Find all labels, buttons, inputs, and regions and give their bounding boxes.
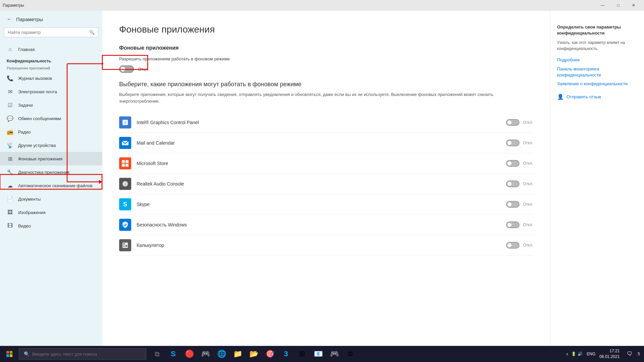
minimize-button[interactable]: —: [595, 0, 610, 11]
taskbar-app-opera[interactable]: 🔴: [181, 346, 197, 362]
sidebar-item-home[interactable]: ⌂ Главная: [0, 43, 102, 56]
svg-text:♪: ♪: [125, 182, 126, 186]
taskbar-app-explorer[interactable]: 📂: [246, 346, 262, 362]
svg-rect-22: [6, 351, 9, 354]
sidebar-item-messages[interactable]: 💬 Обмен сообщениями: [0, 112, 102, 125]
taskbar-app-cortana[interactable]: ⧉: [149, 346, 165, 362]
sidebar-item-background[interactable]: ⊞ Фоновые приложения: [0, 152, 102, 165]
sidebar-item-images-label: Изображения: [18, 210, 46, 215]
msstore-toggle[interactable]: [506, 160, 519, 167]
sidebar-item-autodownload[interactable]: ☁ Автоматическое скачивание файлов: [0, 179, 102, 192]
mail-toggle[interactable]: [506, 140, 519, 146]
taskbar-app-app7[interactable]: 3: [278, 346, 294, 362]
taskbar-app-steam[interactable]: 🎮: [326, 346, 342, 362]
search-box[interactable]: 🔍: [4, 28, 98, 37]
main-container: ← Параметры 🔍 ⌂ Главная Конфиденциальнос…: [0, 11, 644, 346]
realtek-toggle-area: Откл.: [506, 180, 533, 187]
calc-toggle-label: Откл.: [523, 243, 533, 248]
maximize-button[interactable]: □: [610, 0, 626, 11]
svg-rect-21: [126, 245, 127, 247]
sidebar-permissions-label: Разрешения приложений: [0, 65, 102, 71]
msstore-app-icon: [119, 157, 131, 169]
sidebar-item-images[interactable]: 🖼 Изображения: [0, 206, 102, 219]
time-display: 17:21: [599, 348, 620, 354]
skype-toggle[interactable]: [506, 201, 519, 208]
taskbar-app-folder[interactable]: 📁: [230, 346, 246, 362]
video-icon: 🎞: [7, 222, 13, 229]
mail-toggle-label: Откл.: [523, 141, 533, 145]
start-button[interactable]: [1, 346, 17, 362]
taskbar-app-edge[interactable]: 🌐: [213, 346, 230, 362]
app-row-realtek: ♪ Realtek Audio Console Откл.: [119, 174, 533, 194]
sidebar-item-docs-label: Документы: [18, 197, 41, 202]
taskbar-app-settings[interactable]: ⚙: [342, 346, 358, 362]
privacy-link-more[interactable]: Подробнее: [557, 57, 637, 63]
content-area: Фоновые приложения Фоновые приложения Ра…: [102, 11, 550, 346]
realtek-toggle[interactable]: [506, 180, 519, 187]
security-app-icon: [119, 219, 131, 231]
skype-app-icon: S: [119, 198, 131, 210]
main-toggle-label: Откл.: [138, 67, 149, 72]
taskbar-search-input[interactable]: [32, 352, 141, 357]
sidebar-item-docs[interactable]: 📄 Документы: [0, 192, 102, 206]
svg-rect-25: [10, 354, 12, 357]
sidebar-item-other[interactable]: 📡 Другие устройства: [0, 139, 102, 152]
back-button[interactable]: ←: [7, 16, 12, 22]
taskbar-app-chrome[interactable]: 🎯: [262, 346, 278, 362]
app-row-security: Безопасность Windows Откл.: [119, 215, 533, 235]
search-input[interactable]: [8, 30, 87, 35]
calc-app-name: Калькулятор: [137, 243, 501, 248]
security-toggle-area: Откл.: [506, 221, 533, 228]
sidebar-item-email[interactable]: ✉ Электронная почта: [0, 85, 102, 98]
svg-rect-12: [126, 164, 129, 167]
select-section-desc: Выберите приложения, которые могут получ…: [119, 91, 533, 104]
svg-rect-24: [6, 354, 9, 357]
titlebar-controls: — □ ✕: [595, 0, 641, 11]
sidebar-item-calls[interactable]: 📞 Журнал вызовов: [0, 71, 102, 85]
privacy-link-panel[interactable]: Панель мониторинга конфиденциальности: [557, 66, 637, 78]
images-icon: 🖼: [7, 209, 13, 216]
close-button[interactable]: ✕: [626, 0, 641, 11]
sidebar-item-video[interactable]: 🎞 Видео: [0, 219, 102, 232]
right-panel: Определить свои параметры конфиденциальн…: [550, 11, 644, 346]
calls-icon: 📞: [7, 75, 13, 82]
main-toggle[interactable]: [119, 65, 134, 73]
sidebar-title: Параметры: [16, 16, 43, 22]
svg-rect-17: [123, 245, 124, 246]
security-toggle-label: Откл.: [523, 222, 533, 227]
svg-rect-23: [10, 351, 12, 354]
taskbar-app-app3[interactable]: 🎮: [197, 346, 213, 362]
taskbar-app-mail[interactable]: 📧: [310, 346, 326, 362]
svg-rect-19: [125, 245, 126, 246]
sidebar-item-other-label: Другие устройства: [18, 143, 56, 148]
taskbar-right: ∧ 🔋 🔊 ENG 17:21 06.01.2021 🗨 5: [566, 346, 643, 362]
security-app-name: Безопасность Windows: [137, 222, 501, 227]
calc-toggle[interactable]: [506, 242, 519, 249]
msstore-toggle-label: Откл.: [523, 161, 533, 166]
security-toggle[interactable]: [506, 221, 519, 228]
other-icon: 📡: [7, 142, 13, 149]
app-row-skype: S Skype Откл.: [119, 194, 533, 215]
svg-rect-9: [122, 160, 125, 163]
taskbar-app-skype[interactable]: S: [165, 346, 181, 362]
feedback-label: Отправить отзыв: [566, 94, 601, 99]
sidebar-item-diagnostics[interactable]: 🔧 Диагностика приложения: [0, 165, 102, 179]
privacy-link-statement[interactable]: Заявление о конфиденциальности: [557, 81, 637, 87]
sidebar-item-tasks[interactable]: ☑ Задачи: [0, 98, 102, 112]
feedback-row[interactable]: 👤 Отправить отзыв: [557, 94, 637, 100]
radio-icon: 📻: [7, 128, 13, 135]
privacy-title: Определить свои параметры конфиденциальн…: [557, 24, 637, 36]
time-block[interactable]: 17:21 06.01.2021: [597, 348, 622, 360]
sidebar-item-radio[interactable]: 📻 Радио: [0, 125, 102, 139]
taskbar-search[interactable]: 🔍: [19, 348, 146, 360]
titlebar: Параметры — □ ✕: [0, 0, 644, 11]
sidebar-section-privacy: Конфиденциальность: [0, 56, 102, 65]
taskbar-app-app8[interactable]: ⊞: [294, 346, 310, 362]
mail-app-icon: [119, 137, 131, 149]
sidebar-item-radio-label: Радио: [18, 130, 31, 135]
notification-button[interactable]: 🗨: [624, 346, 636, 362]
realtek-toggle-label: Откл.: [523, 182, 533, 186]
docs-icon: 📄: [7, 196, 13, 202]
intel-toggle[interactable]: [506, 119, 519, 126]
titlebar-title: Параметры: [3, 3, 24, 8]
